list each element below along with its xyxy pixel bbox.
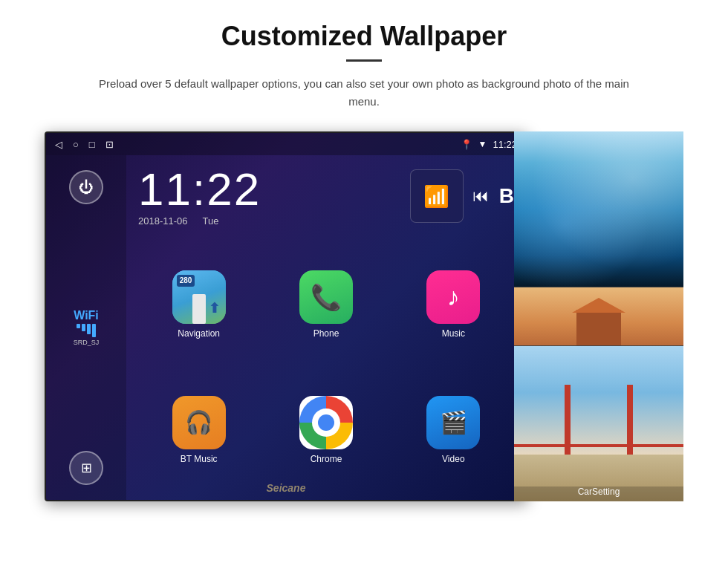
wallpaper-panel-bottom[interactable]: CarSetting — [514, 346, 683, 501]
wallpaper-panel-top[interactable] — [514, 131, 683, 287]
power-button[interactable]: ⏻ — [69, 170, 103, 204]
wifi-widget: WiFi SRD_SJ — [74, 309, 100, 346]
center-content: 11:22 2018-11-06 Tue 📶 ⏮ — [126, 155, 526, 500]
recents-icon[interactable]: □ — [89, 139, 95, 150]
skip-back-button[interactable]: ⏮ — [472, 186, 489, 206]
music-label: Music — [442, 328, 465, 339]
page-description: Preload over 5 default wallpaper options… — [89, 75, 639, 111]
bt-icon-glyph: 🎧 — [185, 409, 212, 435]
device-wrapper: ◁ ○ □ ⊡ 📍 ▼ 11:22 ⏻ WiFi — [45, 131, 683, 510]
bridge-visual — [514, 346, 683, 501]
chrome-label: Chrome — [311, 454, 342, 464]
app-grid: 280 ⬆ Navigation 📞 Phone — [126, 237, 526, 500]
page-title: Customized Wallpaper — [221, 21, 507, 52]
wifi-bar-1 — [77, 324, 80, 328]
clock-date: 2018-11-06 Tue — [138, 215, 395, 227]
wifi-signal-icon: 📶 — [423, 184, 449, 209]
screenshot-icon[interactable]: ⊡ — [105, 139, 114, 150]
main-content: ⏻ WiFi SRD_SJ ⊞ — [46, 155, 526, 500]
media-b-label: B — [499, 184, 514, 208]
bt-music-app-icon: 🎧 — [172, 396, 226, 449]
navigation-label: Navigation — [178, 328, 220, 339]
app-item-music[interactable]: ♪ Music — [393, 244, 514, 364]
app-item-bt-music[interactable]: 🎧 BT Music — [138, 370, 259, 489]
phone-label: Phone — [313, 328, 339, 339]
wifi-label: WiFi — [74, 309, 100, 322]
phone-icon-glyph: 📞 — [311, 282, 342, 312]
wifi-status-icon: ▼ — [478, 139, 487, 149]
bt-music-label: BT Music — [181, 454, 218, 464]
building-shape — [576, 310, 621, 346]
app-item-navigation[interactable]: 280 ⬆ Navigation — [138, 244, 259, 364]
chrome-visual — [299, 396, 353, 449]
status-left: ◁ ○ □ ⊡ — [55, 139, 114, 150]
clock-block: 11:22 2018-11-06 Tue — [138, 166, 395, 227]
left-sidebar: ⏻ WiFi SRD_SJ ⊞ — [46, 155, 126, 500]
status-bar: ◁ ○ □ ⊡ 📍 ▼ 11:22 — [46, 133, 526, 155]
music-app-icon: ♪ — [426, 270, 480, 324]
nav-arrow-icon: ⬆ — [209, 300, 220, 316]
back-icon[interactable]: ◁ — [55, 139, 62, 150]
android-screen: ◁ ○ □ ⊡ 📍 ▼ 11:22 ⏻ WiFi — [45, 131, 527, 501]
car-setting-label: CarSetting — [514, 486, 683, 501]
location-status-icon: 📍 — [461, 139, 472, 150]
phone-app-icon: 📞 — [299, 270, 353, 324]
bridge-tower-right — [627, 385, 633, 455]
chrome-inner — [312, 409, 340, 437]
wallpaper-panel-middle[interactable] — [514, 287, 683, 346]
video-icon-glyph: 🎬 — [440, 409, 467, 435]
home-icon[interactable]: ○ — [73, 139, 79, 150]
wifi-bar-4 — [92, 324, 96, 337]
clock-widget-area: 11:22 2018-11-06 Tue 📶 ⏮ — [126, 155, 526, 237]
widget-icons: 📶 ⏮ B — [410, 169, 514, 223]
title-divider — [346, 59, 382, 62]
app-item-video[interactable]: 🎬 Video — [393, 370, 514, 489]
clock-time: 11:22 — [138, 166, 395, 212]
wifi-ssid: SRD_SJ — [74, 339, 100, 346]
app-item-chrome[interactable]: Chrome — [265, 370, 386, 489]
wifi-bars — [74, 324, 100, 337]
app-item-phone[interactable]: 📞 Phone — [265, 244, 386, 364]
video-app-icon: 🎬 — [426, 396, 480, 449]
bridge-tower-left — [565, 385, 571, 455]
chrome-center — [318, 414, 334, 431]
wifi-bar-3 — [87, 324, 91, 334]
ice-cave-visual — [514, 131, 683, 287]
watermark: Seicane — [267, 482, 306, 494]
wifi-bar-2 — [82, 324, 85, 331]
building-visual — [514, 287, 683, 346]
clock-day: Tue — [203, 215, 219, 227]
music-icon-glyph: ♪ — [447, 282, 460, 311]
clock-date-value: 2018-11-06 — [138, 215, 188, 227]
building-roof — [572, 298, 625, 313]
status-right: 📍 ▼ 11:22 — [461, 139, 517, 150]
apps-button[interactable]: ⊞ — [69, 451, 103, 485]
nav-badge: 280 — [177, 275, 195, 287]
media-controls: ⏮ B — [472, 184, 514, 208]
navigation-app-icon: 280 ⬆ — [172, 270, 226, 324]
page-container: Customized Wallpaper Preload over 5 defa… — [0, 0, 728, 563]
chrome-app-icon — [299, 396, 353, 449]
video-label: Video — [442, 454, 464, 464]
right-panels: CarSetting — [514, 131, 683, 501]
wifi-widget-box[interactable]: 📶 — [410, 169, 464, 223]
